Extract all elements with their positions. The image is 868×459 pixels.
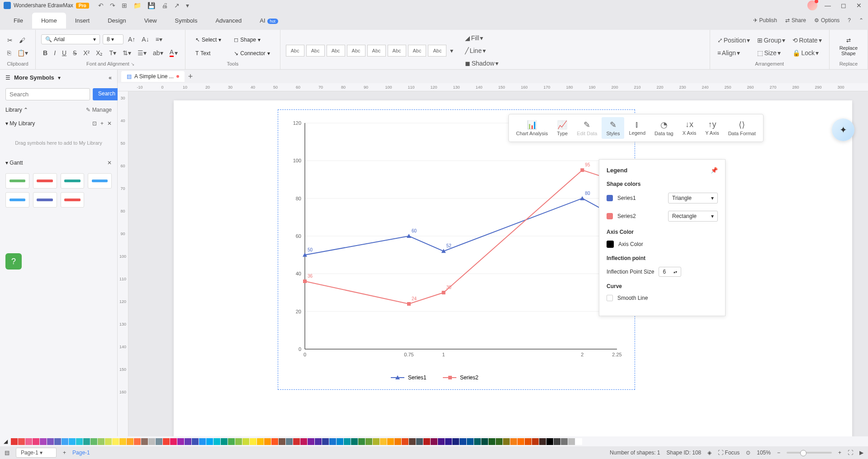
align-icon[interactable]: ≡▾	[154, 34, 164, 45]
color-swatch[interactable]	[206, 438, 213, 445]
color-swatch[interactable]	[148, 438, 155, 445]
color-swatch[interactable]	[134, 438, 141, 445]
page-select[interactable]: Page-1 ▾	[16, 448, 57, 458]
publish-button[interactable]: ✈ Publish	[753, 17, 777, 24]
color-swatch[interactable]	[127, 438, 133, 445]
color-swatch[interactable]	[250, 438, 256, 445]
series1-shape-select[interactable]: Triangle▾	[668, 193, 718, 203]
series1-color-swatch[interactable]	[607, 195, 613, 201]
search-input[interactable]	[5, 88, 90, 100]
add-tab-icon[interactable]: +	[188, 72, 193, 81]
color-swatch[interactable]	[409, 438, 416, 445]
color-swatch[interactable]	[156, 438, 162, 445]
color-swatch[interactable]	[474, 438, 481, 445]
font-select[interactable]: 🔍 Arial▾	[41, 34, 100, 44]
edit-data-button[interactable]: ✎Edit Data	[572, 117, 602, 139]
line-button[interactable]: ╱ Line ▾	[463, 45, 500, 56]
style-preset[interactable]: Abc	[367, 45, 386, 57]
export-icon[interactable]: ↗	[174, 2, 180, 9]
shadow-button[interactable]: ◼ Shadow ▾	[463, 58, 500, 69]
shape-tool[interactable]: ◻ Shape ▾	[229, 34, 274, 46]
avatar[interactable]	[807, 0, 817, 10]
menu-symbols[interactable]: Symbols	[166, 13, 207, 28]
color-swatch[interactable]	[365, 438, 372, 445]
options-button[interactable]: ⚙ Options	[814, 17, 840, 24]
open-icon[interactable]: 📁	[133, 2, 141, 9]
chart-analysis-button[interactable]: 📊Chart Analysis	[512, 117, 552, 139]
presentation-icon[interactable]: ▶	[859, 450, 863, 456]
data-format-button[interactable]: ⟨⟩Data Format	[724, 117, 760, 139]
color-swatch[interactable]	[467, 438, 474, 445]
document-tab[interactable]: ▤ A Simple Line ...	[121, 71, 185, 82]
gantt-section[interactable]: ▾ Gantt	[5, 160, 23, 166]
color-swatch[interactable]	[431, 438, 437, 445]
color-swatch[interactable]	[525, 438, 531, 445]
color-swatch[interactable]	[329, 438, 336, 445]
fit-icon[interactable]: ⊙	[746, 450, 750, 456]
underline-icon[interactable]: U	[60, 47, 68, 58]
pages-icon[interactable]: ▤	[5, 450, 9, 456]
text-tool[interactable]: T Text	[191, 47, 226, 59]
library-dropzone[interactable]: Drag symbols here to add to My Library	[0, 130, 117, 156]
canvas[interactable]: 02040608010012000.75122.2550605280703624…	[128, 91, 868, 436]
add-page-icon[interactable]: +	[63, 450, 66, 456]
color-swatch[interactable]	[199, 438, 206, 445]
gallery-more-icon[interactable]: ▾	[448, 45, 455, 57]
lock-button[interactable]: 🔒 Lock▾	[791, 47, 823, 58]
style-preset[interactable]: Abc	[327, 45, 345, 57]
color-swatch[interactable]	[69, 438, 76, 445]
decrease-font-icon[interactable]: A↓	[140, 34, 151, 45]
color-swatch[interactable]	[264, 438, 271, 445]
color-swatch[interactable]	[539, 438, 546, 445]
color-swatch[interactable]	[235, 438, 242, 445]
font-color-icon[interactable]: A▾	[168, 47, 180, 59]
color-swatch[interactable]	[308, 438, 314, 445]
menu-design[interactable]: Design	[99, 13, 135, 28]
color-swatch[interactable]	[163, 438, 170, 445]
size-button[interactable]: ⬚ Size▾	[755, 47, 787, 58]
color-swatch[interactable]	[221, 438, 228, 445]
color-swatch[interactable]	[561, 438, 568, 445]
collapse-panel-icon[interactable]: «	[109, 75, 112, 81]
style-preset[interactable]: Abc	[286, 45, 304, 57]
share-button[interactable]: ⇄ Share	[785, 17, 806, 24]
color-swatch[interactable]	[373, 438, 379, 445]
ai-assistant-icon[interactable]: ✦	[832, 118, 854, 141]
color-swatch[interactable]	[271, 438, 278, 445]
library-dropdown[interactable]: Library ⌃	[5, 107, 28, 113]
cut-icon[interactable]: ✂	[5, 35, 14, 46]
pin-icon[interactable]: 📌	[711, 167, 718, 174]
color-swatch[interactable]	[568, 438, 575, 445]
color-swatch[interactable]	[279, 438, 285, 445]
collapse-ribbon-icon[interactable]: ⌃	[859, 17, 863, 24]
highlight-icon[interactable]: ab▾	[151, 47, 165, 58]
gantt-thumb[interactable]	[33, 173, 57, 189]
color-swatch[interactable]	[257, 438, 264, 445]
color-swatch[interactable]	[351, 438, 358, 445]
smooth-line-checkbox[interactable]	[607, 295, 613, 301]
replace-shape-button[interactable]: ⇄Replace Shape	[835, 34, 862, 59]
color-swatch[interactable]	[554, 438, 560, 445]
color-swatch[interactable]	[344, 438, 351, 445]
print-icon[interactable]: 🖨	[161, 2, 168, 9]
chart-styles-button[interactable]: ✎Styles	[602, 117, 624, 139]
color-swatch[interactable]	[380, 438, 387, 445]
align-button[interactable]: ≡ Align▾	[716, 47, 752, 58]
search-button[interactable]: Search	[93, 88, 121, 100]
eyedropper-icon[interactable]: ◢	[4, 438, 8, 445]
minimize-icon[interactable]: —	[822, 2, 834, 9]
color-swatch[interactable]	[192, 438, 199, 445]
color-swatch[interactable]	[445, 438, 452, 445]
series2-shape-select[interactable]: Rectangle▾	[668, 211, 718, 222]
connector-tool[interactable]: ↘ Connector ▾	[229, 47, 274, 59]
color-swatch[interactable]	[185, 438, 191, 445]
color-swatch[interactable]	[54, 438, 61, 445]
style-preset[interactable]: Abc	[388, 45, 406, 57]
color-swatch[interactable]	[503, 438, 510, 445]
color-swatch[interactable]	[293, 438, 300, 445]
panel-title[interactable]: More Symbols	[14, 74, 54, 81]
color-swatch[interactable]	[387, 438, 394, 445]
group-button[interactable]: ⊞ Group▾	[755, 35, 787, 46]
color-swatch[interactable]	[322, 438, 329, 445]
menu-home[interactable]: Home	[32, 13, 66, 28]
